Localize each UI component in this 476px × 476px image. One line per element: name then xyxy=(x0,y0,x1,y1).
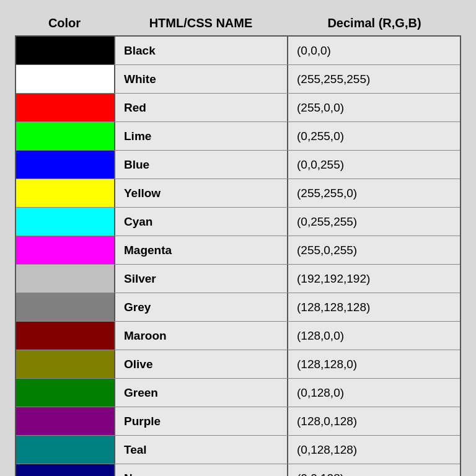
color-swatch xyxy=(16,37,115,64)
color-column-header: Color xyxy=(15,12,114,34)
color-name: Green xyxy=(115,379,288,407)
color-name: Yellow xyxy=(115,179,288,207)
color-decimal: (0,128,0) xyxy=(288,379,460,407)
color-decimal: (0,0,128) xyxy=(288,464,460,476)
color-name: Teal xyxy=(115,436,288,464)
color-decimal: (128,0,128) xyxy=(288,407,460,435)
table-row: Teal(0,128,128) xyxy=(16,436,460,464)
color-swatch xyxy=(16,322,115,350)
color-decimal: (128,128,0) xyxy=(288,350,460,378)
color-swatch xyxy=(16,265,115,293)
color-decimal: (192,192,192) xyxy=(288,265,460,293)
color-decimal: (255,255,255) xyxy=(288,65,460,93)
color-swatch xyxy=(16,464,115,476)
color-decimal: (0,255,255) xyxy=(288,208,460,236)
color-name: Red xyxy=(115,94,288,121)
color-name: Cyan xyxy=(115,208,288,236)
color-swatch xyxy=(16,436,115,464)
color-decimal: (0,128,128) xyxy=(288,436,460,464)
color-name: Lime xyxy=(115,122,288,150)
table-row: Grey(128,128,128) xyxy=(16,293,460,322)
color-decimal: (255,0,255) xyxy=(288,236,460,264)
color-name: Navy xyxy=(115,464,288,476)
color-name: Magenta xyxy=(115,236,288,264)
color-decimal: (255,0,0) xyxy=(288,94,460,121)
color-decimal: (128,0,0) xyxy=(288,322,460,350)
color-table-container: Color HTML/CSS NAME Decimal (R,G,B) Blac… xyxy=(15,12,461,476)
table-row: Maroon(128,0,0) xyxy=(16,322,460,350)
table-row: Cyan(0,255,255) xyxy=(16,208,460,236)
color-decimal: (255,255,0) xyxy=(288,179,460,207)
decimal-column-header: Decimal (R,G,B) xyxy=(288,12,461,34)
table-row: Olive(128,128,0) xyxy=(16,350,460,379)
color-name: Blue xyxy=(115,151,288,178)
color-swatch xyxy=(16,293,115,321)
table-row: Magenta(255,0,255) xyxy=(16,236,460,265)
color-name: White xyxy=(115,65,288,93)
color-name: Purple xyxy=(115,407,288,435)
color-swatch xyxy=(16,379,115,407)
table-row: Yellow(255,255,0) xyxy=(16,179,460,208)
color-swatch xyxy=(16,407,115,435)
color-swatch xyxy=(16,236,115,264)
table-row: Green(0,128,0) xyxy=(16,379,460,407)
color-name: Grey xyxy=(115,293,288,321)
table-row: Blue(0,0,255) xyxy=(16,151,460,179)
color-decimal: (0,0,0) xyxy=(288,37,460,64)
color-swatch xyxy=(16,94,115,121)
data-table: Black(0,0,0)White(255,255,255)Red(255,0,… xyxy=(15,35,461,476)
color-decimal: (128,128,128) xyxy=(288,293,460,321)
color-swatch xyxy=(16,350,115,378)
color-name: Black xyxy=(115,37,288,64)
color-decimal: (0,255,0) xyxy=(288,122,460,150)
color-swatch xyxy=(16,179,115,207)
name-column-header: HTML/CSS NAME xyxy=(114,12,288,34)
color-name: Maroon xyxy=(115,322,288,350)
table-row: Purple(128,0,128) xyxy=(16,407,460,436)
color-name: Silver xyxy=(115,265,288,293)
color-swatch xyxy=(16,122,115,150)
color-decimal: (0,0,255) xyxy=(288,151,460,178)
color-name: Olive xyxy=(115,350,288,378)
table-row: White(255,255,255) xyxy=(16,65,460,94)
table-row: Black(0,0,0) xyxy=(16,37,460,65)
table-row: Silver(192,192,192) xyxy=(16,265,460,293)
color-swatch xyxy=(16,151,115,178)
color-swatch xyxy=(16,208,115,236)
table-row: Red(255,0,0) xyxy=(16,94,460,122)
color-swatch xyxy=(16,65,115,93)
table-row: Lime(0,255,0) xyxy=(16,122,460,151)
table-row: Navy(0,0,128) xyxy=(16,464,460,476)
header-row: Color HTML/CSS NAME Decimal (R,G,B) xyxy=(15,12,461,34)
